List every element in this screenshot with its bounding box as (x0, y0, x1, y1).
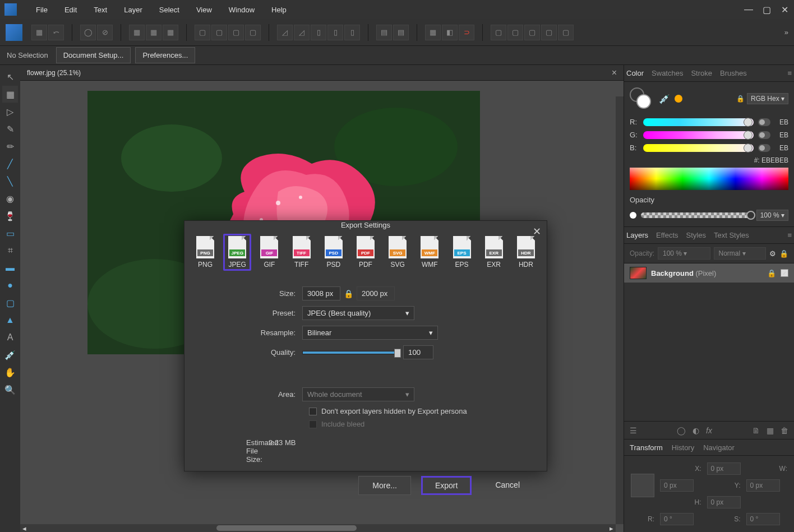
blend-mode-select[interactable]: Normal ▾ (714, 247, 767, 260)
eyedropper-icon[interactable]: 💉 (659, 94, 670, 104)
format-svg[interactable]: SVGSVG (384, 234, 412, 271)
toolbar-btn[interactable]: ▢ (211, 25, 227, 40)
tab-swatches[interactable]: Swatches (652, 66, 683, 81)
format-pdf[interactable]: PDFPDF (352, 234, 380, 271)
g-toggle[interactable] (758, 131, 770, 139)
toolbar-btn[interactable]: ▯ (327, 25, 343, 40)
toolbar-btn[interactable]: ▢ (491, 25, 506, 40)
anchor-selector[interactable] (631, 474, 654, 497)
tab-brushes[interactable]: Brushes (720, 66, 747, 81)
color-selector[interactable] (630, 87, 654, 110)
magnet-icon[interactable]: ⊃ (459, 25, 474, 40)
format-jpeg[interactable]: JPEGJPEG (223, 234, 251, 271)
toolbar-btn[interactable]: ▢ (524, 25, 540, 40)
quality-input[interactable] (403, 345, 433, 359)
menu-layer[interactable]: Layer (116, 2, 150, 17)
menu-edit[interactable]: Edit (57, 2, 85, 17)
w-input[interactable] (660, 479, 694, 492)
menu-select[interactable]: Select (151, 2, 187, 17)
lock-icon[interactable]: 🔒 (736, 95, 745, 103)
fx-icon[interactable]: fx (706, 426, 712, 435)
toolbar-btn[interactable]: ◯ (80, 25, 96, 40)
preferences-button[interactable]: Preferences... (135, 47, 195, 63)
format-tiff[interactable]: TIFFTIFF (288, 234, 316, 271)
tab-effects[interactable]: Effects (656, 228, 678, 243)
r-input[interactable] (660, 513, 694, 525)
snap-grid-button[interactable]: ▦ (425, 25, 441, 40)
dont-export-checkbox[interactable] (309, 408, 317, 415)
overflow-icon[interactable]: » (784, 28, 788, 36)
snap-button[interactable]: ◧ (442, 25, 458, 40)
brush-tool[interactable]: ╱ (2, 155, 18, 172)
toolbar-btn[interactable]: ◿ (277, 25, 293, 40)
width-input[interactable] (302, 286, 340, 300)
swatch-icon[interactable] (675, 95, 682, 103)
panel-menu-icon[interactable]: ≡ (787, 69, 792, 77)
ellipse-tool[interactable]: ● (2, 277, 18, 294)
toolbar-btn[interactable]: ▢ (195, 25, 210, 40)
menu-window[interactable]: Window (221, 2, 262, 17)
paint-tool[interactable]: ╲ (2, 173, 18, 189)
crop-tool[interactable]: ⌗ (2, 242, 18, 259)
pen-tool[interactable]: ✎ (2, 121, 18, 137)
s-input[interactable] (746, 513, 780, 525)
image-tool[interactable]: ▭ (2, 225, 18, 242)
export-button[interactable]: Export (421, 476, 472, 495)
close-tab-icon[interactable]: × (612, 68, 617, 78)
toolbar-btn[interactable]: ▦ (129, 25, 145, 40)
close-button[interactable]: ✕ (779, 4, 790, 15)
menu-help[interactable]: Help (264, 2, 294, 17)
color-spectrum[interactable] (630, 168, 788, 190)
tab-styles[interactable]: Styles (686, 228, 706, 243)
document-setup-button[interactable]: Document Setup... (56, 47, 131, 63)
rectangle-tool[interactable]: ▬ (2, 260, 18, 276)
tab-layers[interactable]: Layers (626, 228, 648, 243)
tab-text-styles[interactable]: Text Styles (714, 228, 749, 243)
eyedropper-tool[interactable]: 💉 (2, 346, 18, 363)
layer-opacity-select[interactable]: 100 % ▾ (658, 247, 710, 260)
maximize-button[interactable]: ▢ (761, 4, 772, 15)
color-mode-select[interactable]: RGB Hex ▾ (747, 93, 788, 104)
format-eps[interactable]: EPSEPS (448, 234, 476, 271)
format-hdr[interactable]: HDRHDR (512, 234, 540, 271)
gear-icon[interactable]: ⚙ (769, 249, 776, 258)
adjustment-icon[interactable]: ◐ (693, 426, 699, 435)
more-button[interactable]: More... (358, 476, 411, 495)
zoom-tool[interactable]: 🔍 (2, 381, 18, 398)
pencil-tool[interactable]: ✏ (2, 138, 18, 155)
toolbar-btn[interactable]: ▤ (376, 25, 392, 40)
tab-transform[interactable]: Transform (630, 440, 663, 455)
toolbar-btn[interactable]: ▢ (228, 25, 244, 40)
height-input[interactable] (357, 286, 395, 300)
color-wheel-tool[interactable]: ◉ (2, 190, 18, 207)
minimize-button[interactable]: — (744, 4, 754, 15)
lock-icon[interactable]: 🔒 (779, 249, 788, 258)
layers-icon[interactable]: ☰ (630, 426, 637, 435)
format-gif[interactable]: GIFGIF (255, 234, 283, 271)
toolbar-btn[interactable]: ▢ (245, 25, 261, 40)
toolbar-btn[interactable]: ▯ (344, 25, 360, 40)
menu-file[interactable]: File (28, 2, 56, 17)
glass-tool[interactable]: 🍷 (2, 207, 18, 224)
node-tool[interactable]: ▷ (2, 103, 18, 120)
toolbar-btn[interactable]: ▤ (393, 25, 409, 40)
toolbar-btn[interactable]: ◿ (294, 25, 310, 40)
text-tool[interactable]: A (2, 329, 18, 346)
rounded-rect-tool[interactable]: ▢ (2, 294, 18, 311)
g-slider[interactable] (643, 131, 754, 139)
toolbar-btn[interactable]: ▦ (31, 25, 47, 40)
delete-layer-icon[interactable]: 🗑 (781, 426, 788, 435)
panel-menu-icon[interactable]: ≡ (787, 231, 792, 239)
menu-text[interactable]: Text (86, 2, 115, 17)
format-exr[interactable]: EXREXR (480, 234, 508, 271)
layer-row[interactable]: Background (Pixel) 🔒 ✓ (624, 263, 794, 283)
layer-lock-icon[interactable]: 🔒 (767, 269, 776, 277)
cancel-button[interactable]: Cancel (482, 476, 533, 495)
format-psd[interactable]: PSDPSD (320, 234, 348, 271)
toolbar-btn[interactable]: ▢ (507, 25, 523, 40)
hand-tool[interactable]: ✋ (2, 364, 18, 381)
format-png[interactable]: PNGPNG (191, 234, 219, 271)
b-toggle[interactable] (758, 144, 770, 152)
vertical-scrollbar[interactable] (616, 96, 624, 524)
group-icon[interactable]: ▦ (767, 426, 774, 435)
